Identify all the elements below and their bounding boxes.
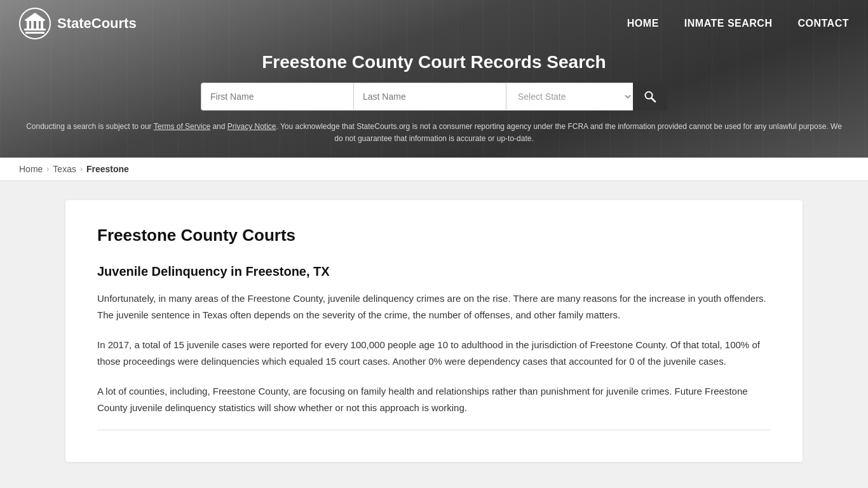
paragraph-3: A lot of counties, including, Freestone …: [97, 383, 771, 416]
nav-home[interactable]: HOME: [627, 18, 659, 29]
breadcrumb-sep-1: ›: [46, 165, 49, 173]
svg-rect-3: [27, 20, 29, 29]
breadcrumb-home[interactable]: Home: [19, 164, 43, 174]
first-name-input[interactable]: [201, 83, 353, 111]
logo-text: StateCourts: [57, 15, 137, 32]
nav-inmate-search[interactable]: INMATE SEARCH: [684, 18, 773, 29]
svg-rect-1: [25, 32, 44, 34]
main-content: Freestone County Courts Juvenile Delinqu…: [65, 200, 803, 462]
svg-rect-2: [24, 29, 46, 30]
search-bar: Select StateAlabamaAlaskaArizonaArkansas…: [0, 83, 868, 121]
disclaimer-text: Conducting a search is subject to our Te…: [0, 121, 868, 145]
section-title: Juvenile Delinquency in Freestone, TX: [97, 264, 771, 279]
content-divider: [97, 430, 771, 430]
breadcrumb-sep-2: ›: [80, 165, 83, 173]
nav-links: HOME INMATE SEARCH CONTACT: [627, 18, 849, 29]
search-button[interactable]: [633, 83, 667, 111]
svg-line-10: [652, 98, 656, 102]
breadcrumb-county: Freestone: [86, 164, 129, 174]
svg-rect-4: [31, 20, 34, 29]
logo-icon: [19, 8, 51, 39]
hero-content: StateCourts HOME INMATE SEARCH CONTACT F…: [0, 0, 868, 145]
nav-contact[interactable]: CONTACT: [797, 18, 849, 29]
breadcrumb: Home › Texas › Freestone: [0, 158, 868, 181]
privacy-link[interactable]: Privacy Notice: [227, 122, 276, 131]
svg-rect-8: [25, 19, 44, 21]
logo-link[interactable]: StateCourts: [19, 8, 137, 39]
terms-link[interactable]: Terms of Service: [154, 122, 210, 131]
page-title: Freestone County Court Records Search: [0, 47, 868, 83]
main-title: Freestone County Courts: [97, 226, 771, 245]
navbar: StateCourts HOME INMATE SEARCH CONTACT: [0, 0, 868, 47]
search-icon: [644, 90, 656, 103]
hero-section: StateCourts HOME INMATE SEARCH CONTACT F…: [0, 0, 868, 158]
last-name-input[interactable]: [353, 83, 506, 111]
svg-rect-6: [41, 20, 43, 29]
paragraph-2: In 2017, a total of 15 juvenile cases we…: [97, 337, 771, 369]
state-select[interactable]: Select StateAlabamaAlaskaArizonaArkansas…: [506, 83, 633, 111]
svg-rect-5: [36, 20, 39, 29]
breadcrumb-state[interactable]: Texas: [53, 164, 76, 174]
paragraph-1: Unfortunately, in many areas of the Free…: [97, 290, 771, 323]
